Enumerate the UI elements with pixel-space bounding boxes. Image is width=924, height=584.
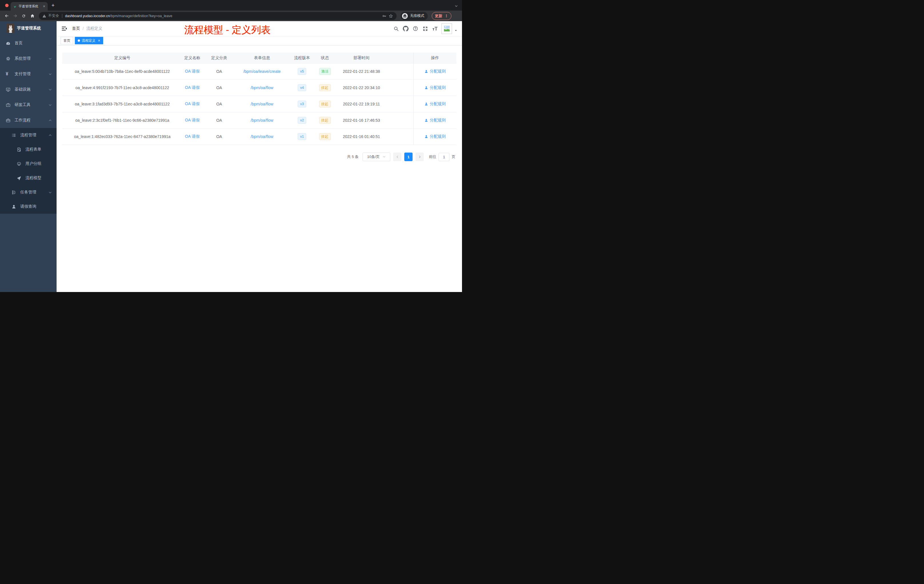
font-size-icon[interactable] [432, 25, 438, 32]
main-area: 首页 / 流程定义 [56, 21, 462, 292]
cell-definition-id: oa_leave:2:3c1f0ef1-76b1-11ec-9c66-a2380… [62, 118, 182, 122]
sidebar-toggle-icon[interactable] [61, 25, 68, 32]
sidebar-item-tree[interactable]: 任务管理 [0, 185, 56, 200]
status-badge: 挂起 [319, 84, 331, 91]
page-size-select[interactable]: 10条/页 [363, 153, 390, 161]
sidebar: 芋道管理系统 首页系统管理¥支付管理基础设施研发工具工作流程流程管理流程表单用户… [0, 21, 56, 292]
new-tab-button[interactable]: + [51, 3, 54, 8]
security-warning-icon[interactable] [42, 14, 46, 18]
assign-rule-link[interactable]: 分配规则 [424, 118, 446, 123]
tag-active[interactable]: 流程定义✕ [75, 37, 103, 44]
sidebar-item-label: 支付管理 [15, 71, 31, 77]
assign-rule-link[interactable]: 分配规则 [424, 85, 446, 90]
tag-close-icon[interactable]: ✕ [98, 39, 100, 43]
url-text[interactable]: dashboard.yudao.iocoder.cn/bpm/manager/d… [65, 14, 380, 18]
cell-deploy-time: 2022-01-16 01:40:51 [334, 134, 389, 139]
form-link[interactable]: /bpm/oa/leave/create [243, 69, 281, 74]
reload-button[interactable] [20, 12, 27, 20]
github-icon[interactable] [403, 25, 409, 32]
form-link[interactable]: /bpm/oa/flow [251, 102, 273, 106]
chevron-down-icon [48, 88, 52, 91]
prev-page-button[interactable] [393, 153, 401, 161]
list-icon [12, 133, 16, 138]
browser-toolbar: 不安全 dashboard.yudao.iocoder.cn/bpm/manag… [0, 11, 462, 21]
sidebar-menu: 首页系统管理¥支付管理基础设施研发工具工作流程流程管理流程表单用户分组流程模型任… [0, 35, 56, 214]
user-icon [424, 86, 428, 90]
sidebar-item-toolbox[interactable]: 研发工具 [0, 97, 56, 112]
sidebar-item-label: 流程模型 [25, 175, 41, 181]
next-page-button[interactable] [416, 153, 424, 161]
window-close-button[interactable] [5, 4, 8, 7]
definition-name-link[interactable]: OA 请假 [185, 134, 200, 139]
tab-title: 芋道管理系统 [18, 4, 41, 8]
search-icon[interactable] [393, 25, 399, 32]
tab-search-chevron-icon[interactable] [455, 4, 458, 9]
sidebar-item-group[interactable]: 用户分组 [0, 157, 56, 171]
definition-name-link[interactable]: OA 请假 [185, 69, 200, 73]
update-label: 更新 [435, 13, 442, 18]
sidebar-item-label: 基础设施 [15, 87, 31, 92]
definition-name-link[interactable]: OA 请假 [185, 118, 200, 122]
breadcrumb-home[interactable]: 首页 [72, 26, 80, 31]
fullscreen-icon[interactable] [422, 25, 428, 32]
assign-rule-link[interactable]: 分配规则 [424, 134, 446, 139]
sidebar-item-user[interactable]: 请假查询 [0, 200, 56, 214]
column-header-actions: 操作 [413, 53, 456, 63]
cell-definition-id: oa_leave:3:1fad3d93-7b75-11ec-a3c8-acde4… [62, 102, 182, 106]
form-link[interactable]: /bpm/oa/flow [251, 118, 273, 122]
page-content: 定义编号定义名称定义分类表单信息流程版本状态部署时间操作oa_leave:5:0… [56, 45, 462, 161]
chevron-down-icon [48, 57, 52, 61]
tag-label: 流程定义 [82, 38, 96, 43]
form-link[interactable]: /bpm/oa/flow [251, 86, 273, 90]
page-number-button[interactable]: 1 [404, 153, 412, 161]
sidebar-item-yen[interactable]: ¥支付管理 [0, 66, 56, 82]
column-header: 表单信息 [236, 55, 288, 61]
tab-close-icon[interactable]: ✕ [43, 5, 45, 8]
avatar-dropdown-caret-icon[interactable] [454, 28, 457, 33]
cell-deploy-time: 2022-01-22 21:48:38 [334, 69, 389, 74]
sidebar-item-label: 工作流程 [15, 118, 31, 123]
status-badge: 激活 [319, 68, 331, 75]
sidebar-item-dashboard[interactable]: 首页 [0, 35, 56, 51]
forward-button[interactable] [12, 12, 19, 20]
sidebar-item-monitor[interactable]: 基础设施 [0, 82, 56, 97]
browser-menu-icon[interactable]: ⋮ [445, 14, 448, 18]
app-title: 芋道管理系统 [17, 26, 41, 31]
password-key-icon[interactable] [382, 14, 386, 18]
column-header: 状态 [316, 55, 334, 61]
sidebar-logo[interactable]: 芋道管理系统 [0, 21, 56, 35]
sidebar-item-gear[interactable]: 系统管理 [0, 51, 56, 66]
sidebar-item-plane[interactable]: 流程模型 [0, 171, 56, 185]
assign-rule-link[interactable]: 分配规则 [424, 101, 446, 107]
home-button[interactable] [28, 12, 36, 20]
back-button[interactable] [3, 12, 10, 20]
version-badge: v3 [298, 101, 306, 107]
form-link[interactable]: /bpm/oa/flow [251, 134, 273, 139]
definition-name-link[interactable]: OA 请假 [185, 85, 200, 90]
chevron-up-icon [48, 119, 52, 122]
table-header-row: 定义编号定义名称定义分类表单信息流程版本状态部署时间操作 [62, 53, 456, 63]
tag-item[interactable]: 首页 [61, 37, 73, 44]
definition-name-link[interactable]: OA 请假 [185, 101, 200, 106]
help-question-icon[interactable] [412, 25, 419, 32]
goto-page-input[interactable] [439, 153, 449, 161]
avatar[interactable] [441, 23, 452, 34]
column-header: 流程版本 [288, 55, 316, 61]
security-label[interactable]: 不安全 [48, 13, 59, 18]
sidebar-item-form[interactable]: 流程表单 [0, 142, 56, 157]
update-button[interactable]: 更新 ⋮ [432, 12, 451, 20]
sidebar-item-list[interactable]: 流程管理 [0, 128, 56, 142]
app-frame: 芋道管理系统 首页系统管理¥支付管理基础设施研发工具工作流程流程管理流程表单用户… [0, 21, 462, 292]
address-bar[interactable]: 不安全 dashboard.yudao.iocoder.cn/bpm/manag… [39, 12, 396, 20]
column-header: 定义分类 [202, 55, 236, 61]
form-icon [16, 147, 21, 152]
column-header: 定义名称 [182, 55, 202, 61]
definition-table: 定义编号定义名称定义分类表单信息流程版本状态部署时间操作oa_leave:5:0… [62, 53, 456, 145]
sidebar-item-label: 任务管理 [20, 190, 36, 195]
bookmark-star-icon[interactable] [389, 14, 393, 18]
sidebar-item-label: 用户分组 [25, 161, 41, 166]
browser-tab[interactable]: 芋道管理系统 ✕ [11, 2, 48, 11]
sidebar-item-label: 研发工具 [15, 102, 31, 107]
sidebar-item-briefcase[interactable]: 工作流程 [0, 112, 56, 128]
assign-rule-link[interactable]: 分配规则 [424, 69, 446, 74]
